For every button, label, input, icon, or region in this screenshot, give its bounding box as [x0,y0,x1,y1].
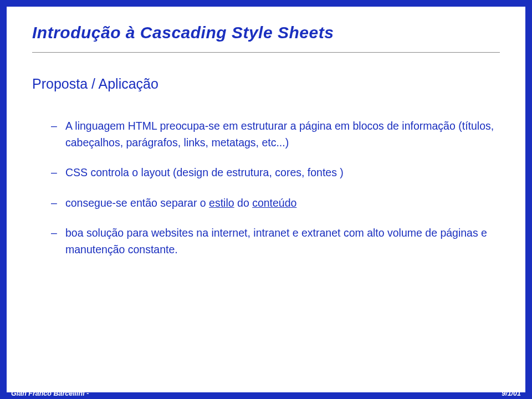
bullet-text-mid: do [234,197,253,209]
bullet-item: consegue-se então separar o estilo do co… [51,195,500,211]
slide: Introdução à Cascading Style Sheets Prop… [7,7,525,392]
bullet-list: A linguagem HTML preocupa-se em estrutur… [32,117,500,258]
bullet-text-pre: consegue-se então separar o [65,197,209,209]
bullet-item: CSS controla o layout (design de estrutu… [51,164,500,181]
footer-date: 9/1/01 [502,390,521,397]
slide-subheading: Proposta / Aplicação [32,76,500,92]
bullet-item: boa solução para websites na internet, i… [51,224,500,258]
bullet-underline-estilo: estilo [209,197,234,209]
footer-author: Gian Franco Barcellini - [11,390,89,397]
bullet-item: A linguagem HTML preocupa-se em estrutur… [51,117,500,151]
slide-footer: Gian Franco Barcellini - 9/1/01 [7,388,525,399]
slide-title: Introdução à Cascading Style Sheets [32,23,500,42]
title-divider [32,52,500,53]
bullet-underline-conteudo: conteúdo [252,197,296,209]
